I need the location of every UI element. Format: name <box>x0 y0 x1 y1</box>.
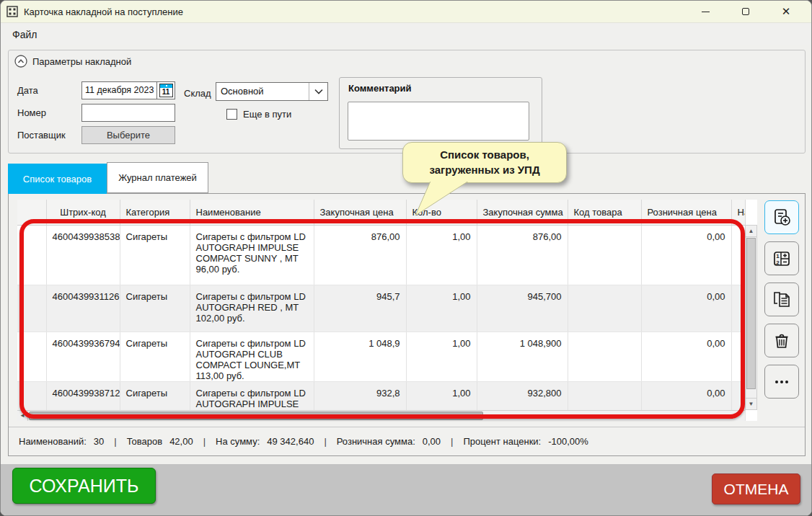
date-picker[interactable]: 11 декабря 2023 г. 11 <box>81 81 175 99</box>
callout-line1: Список товаров, <box>440 148 529 162</box>
minimize-button[interactable] <box>694 2 716 21</box>
cell-barcode: 4600439936794 <box>46 332 120 381</box>
table-row[interactable]: 4600439938538СигаретыСигареты с фильтром… <box>17 225 745 285</box>
cell-name: Сигареты с фильтром LD AUTOGRAPH CLUB CO… <box>190 332 314 381</box>
cell-purchase-price: 876,00 <box>314 225 406 285</box>
status-label: На сумму: <box>216 436 260 447</box>
vertical-scroll-thumb[interactable] <box>746 238 756 389</box>
supplier-select-button[interactable]: Выберите <box>81 126 175 144</box>
status-bar: Наименований:30|Товаров42,00|На сумму:49… <box>9 427 805 455</box>
add-item-button[interactable] <box>764 200 799 234</box>
row-selector[interactable] <box>17 285 46 332</box>
footer-bar: СОХРАНИТЬ ОТМЕНА <box>1 464 811 515</box>
svg-text:1: 1 <box>776 252 780 259</box>
delete-item-button[interactable] <box>764 324 799 357</box>
column-header[interactable]: Наименование <box>190 200 314 225</box>
vertical-scrollbar[interactable]: ▲ ▼ <box>745 225 757 410</box>
chevron-down-icon[interactable] <box>309 83 327 100</box>
column-header[interactable]: Код товара <box>568 200 641 225</box>
status-label: Розничная сумма: <box>337 436 415 447</box>
svg-text:2: 2 <box>776 259 780 265</box>
cell-purchase-sum: 876,00 <box>477 225 568 285</box>
close-button[interactable]: ✕ <box>775 2 797 21</box>
cell-product-code <box>568 332 641 381</box>
scroll-up-icon[interactable]: ▲ <box>746 226 756 237</box>
copy-icon <box>772 290 792 310</box>
status-value: 49 342,640 <box>267 436 314 447</box>
horizontal-scroll-thumb[interactable] <box>29 412 483 420</box>
status-label: Наименований: <box>19 436 87 447</box>
column-header[interactable]: Закупочная цена <box>314 200 406 225</box>
in-transit-checkbox[interactable] <box>226 109 237 120</box>
cell-retail-price: 0,00 <box>641 285 731 332</box>
invoice-card-window: Карточка накладной на поступление ✕ Файл… <box>0 0 812 516</box>
scroll-left-icon[interactable]: ◄ <box>17 411 28 421</box>
cell-barcode: 4600439938538 <box>46 225 120 285</box>
table-row[interactable]: 4600439931126СигаретыСигареты с фильтром… <box>17 285 745 332</box>
window-title: Карточка накладной на поступление <box>24 6 183 17</box>
warehouse-label: Склад <box>184 88 211 99</box>
column-header[interactable]: Категория <box>120 200 190 225</box>
cell-barcode: 4600439931126 <box>46 285 120 332</box>
column-header[interactable]: Закупочная сумма <box>477 200 568 225</box>
title-bar: Карточка накладной на поступление ✕ <box>1 1 811 22</box>
status-value: 30 <box>94 436 104 447</box>
quantity-calculator-button[interactable]: 1 2 <box>764 241 799 275</box>
status-separator: | <box>114 436 116 447</box>
row-selector-header <box>17 200 46 225</box>
column-header[interactable]: На <box>731 200 745 225</box>
supplier-label: Поставщик <box>17 130 66 141</box>
collapse-icon[interactable] <box>14 55 27 68</box>
row-selector[interactable] <box>17 225 46 285</box>
cell-product-code <box>568 225 641 285</box>
cell-name: Сигареты с фильтром LD AUTOGRAPH RED , М… <box>190 285 314 332</box>
column-header[interactable]: Розничная цена <box>641 200 731 225</box>
row-selector[interactable] <box>17 332 46 381</box>
scroll-down-icon[interactable]: ▼ <box>746 398 756 409</box>
callout-tail <box>402 179 482 217</box>
column-header[interactable]: Штрих-код <box>46 200 120 225</box>
more-actions-button[interactable] <box>764 365 799 399</box>
tab-products[interactable]: Список товаров <box>8 164 107 194</box>
cell-category: Сигареты <box>120 332 190 381</box>
cell-category: Сигареты <box>120 225 190 285</box>
calendar-icon[interactable]: 11 <box>156 82 175 99</box>
menu-bar: Файл <box>1 22 811 45</box>
params-title: Параметры накладной <box>32 56 131 67</box>
cell-purchase-price: 945,7 <box>314 285 406 332</box>
cell-qty: 1,00 <box>406 285 477 332</box>
menu-file[interactable]: Файл <box>1 29 48 40</box>
trash-icon <box>772 331 792 351</box>
products-tab-panel: Штрих-кодКатегорияНаименованиеЗакупочная… <box>8 193 806 456</box>
callout-line2: загруженных из УПД <box>429 163 539 177</box>
date-value: 11 декабря 2023 г. <box>82 82 156 99</box>
cell-purchase-sum: 945,700 <box>477 285 568 332</box>
number-input[interactable] <box>81 104 175 122</box>
date-label: Дата <box>17 85 38 96</box>
cell-retail-price: 0,00 <box>641 332 731 381</box>
horizontal-scrollbar[interactable]: ◄ <box>17 410 745 421</box>
status-value: 42,00 <box>169 436 193 447</box>
comment-label: Комментарий <box>348 83 412 94</box>
copy-items-button[interactable] <box>764 283 799 316</box>
cancel-button[interactable]: ОТМЕНА <box>712 473 800 504</box>
in-transit-label: Еще в пути <box>243 109 291 120</box>
status-label: Процент наценки: <box>463 436 541 447</box>
cell-qty: 1,00 <box>406 225 477 285</box>
products-table: Штрих-кодКатегорияНаименованиеЗакупочная… <box>17 200 757 421</box>
comment-textarea[interactable] <box>348 102 529 141</box>
tab-payments[interactable]: Журнал платежей <box>107 162 208 193</box>
comment-group: Комментарий <box>339 77 542 149</box>
cell-product-code <box>568 285 641 332</box>
app-icon <box>6 6 18 17</box>
number-label: Номер <box>17 107 46 118</box>
status-separator: | <box>451 436 453 447</box>
cell-retail-price: 0,00 <box>641 225 731 285</box>
warehouse-value: Основной <box>216 83 309 100</box>
table-row[interactable]: 4600439936794СигаретыСигареты с фильтром… <box>17 332 745 381</box>
cell-category: Сигареты <box>120 285 190 332</box>
status-value: 0,00 <box>423 436 441 447</box>
maximize-button[interactable] <box>735 2 756 21</box>
warehouse-dropdown[interactable]: Основной <box>216 82 328 101</box>
save-button[interactable]: СОХРАНИТЬ <box>12 468 156 504</box>
